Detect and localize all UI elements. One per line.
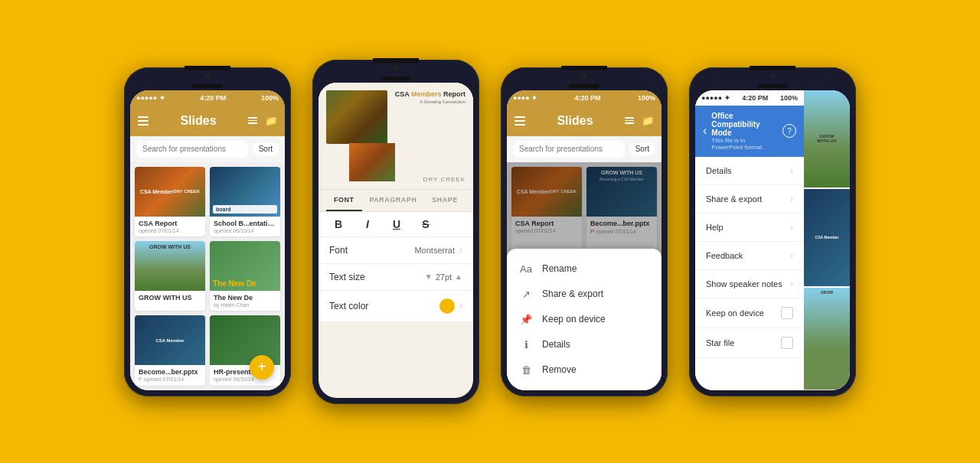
strikethrough-button[interactable]: S [416,218,435,230]
battery-text: 100% [780,94,798,102]
context-remove[interactable]: 🗑 Remove [507,357,662,383]
phone3-search-bar: Sort [507,136,662,162]
chevron-icon: › [790,165,793,176]
slides-grid: CSA MemberDRY CREEK CSA Report opened 07… [130,162,285,390]
office-info: Office Compatibility Mode This file is i… [711,112,778,151]
context-details[interactable]: ℹ Details [507,332,662,357]
menu-keep-device[interactable]: Keep on device [695,298,804,328]
phone1-speaker [192,84,223,88]
status-time: 4:20 PM [742,94,768,102]
slide-thumb-2[interactable]: CSA Member [804,189,850,288]
size-down-icon[interactable]: ▼ [425,272,433,281]
list-view-icon[interactable] [248,117,257,124]
share-icon: ↗ [519,289,533,300]
italic-button[interactable]: I [358,218,377,230]
battery-text: 100% [261,94,279,102]
slide-date: by Helen Chan [214,302,276,308]
phone4-camera [770,73,776,79]
slide-card-become[interactable]: CSA Member Become...ber.pptx P opened 07… [135,315,205,385]
phone1-nav: Slides 📁 [130,106,285,136]
size-up-icon[interactable]: ▲ [455,272,462,281]
slide-card-school[interactable]: board School B...entations opened 06/10/… [210,167,280,236]
menu-feedback[interactable]: Feedback › [695,242,804,270]
font-name: Montserrat [414,246,455,255]
keep-label: Keep on device [542,314,606,324]
bold-button[interactable]: B [329,218,348,230]
hamburger-icon[interactable] [514,116,525,126]
slide-date: opened 07/01/14 [139,228,201,233]
tab-font[interactable]: FONT [326,190,362,211]
sort-button[interactable]: Sort [253,142,279,155]
phone3-status-bar: ●●●● ✦ 4:20 PM 100% [507,90,662,106]
slide-thumb-1[interactable]: GROWWITH US [804,90,850,189]
context-menu: Aa Rename ↗ Share & export 📌 Keep on dev… [507,249,662,390]
slide-card-newde[interactable]: The New De The New De by Helen Chan [210,241,280,311]
slide-text-overlay: CSA Members Report [395,90,466,98]
keep-device-checkbox[interactable] [781,307,793,319]
slide-thumb-3[interactable]: GROW [804,288,850,390]
delete-icon: 🗑 [519,364,533,376]
menu-speaker-notes[interactable]: Show speaker notes › [695,270,804,298]
phone2-screen: CSA Members Report A Growing Connection … [318,83,473,398]
font-option[interactable]: Font Montserrat › [318,237,473,264]
star-file-checkbox[interactable] [781,337,793,349]
menu-item-label: Details [706,166,732,175]
phone1-search-bar: Sort [130,136,285,162]
phone3-camera [582,73,587,79]
office-mode-title: Office Compatibility Mode [711,112,778,137]
context-rename[interactable]: Aa Rename [507,256,662,282]
search-input[interactable] [513,141,625,158]
folder-icon[interactable]: 📁 [642,115,654,126]
phone1-screen: ●●●●● ✦ 4:20 PM 100% Slides [130,90,285,390]
slide-card-grow[interactable]: GROW WITH US GROW WITH US [135,241,205,311]
slide-preview: CSA Members Report A Growing Connection … [318,83,473,190]
phone1: ●●●●● ✦ 4:20 PM 100% Slides [124,67,291,396]
status-time: 4:20 PM [575,94,601,102]
nav-icons: 📁 [248,115,277,126]
folder-icon[interactable]: 📁 [265,115,277,126]
thumb-grow: GROW WITH US [135,241,205,291]
rename-icon: Aa [519,263,533,275]
phone2: CSA Members Report A Growing Connection … [312,60,479,404]
help-button[interactable]: ? [782,124,796,138]
chevron-icon: › [790,194,793,204]
details-label: Details [542,339,570,350]
slide-preview-img: CSA Members Report A Growing Connection … [318,83,473,189]
info-icon: ℹ [519,339,533,351]
pin-icon: 📌 [519,314,533,325]
thumb-school: board [210,167,280,217]
phone1-camera [205,73,211,79]
search-input[interactable] [136,141,248,158]
text-color-option[interactable]: Text color › [318,291,473,322]
status-signal: ●●●●● ✦ [136,94,165,102]
nav-title: Slides [180,114,216,128]
context-share[interactable]: ↗ Share & export [507,282,662,307]
color-swatch[interactable] [439,298,455,314]
context-keep[interactable]: 📌 Keep on device [507,307,662,332]
highlight-text: Members [411,90,442,98]
tab-paragraph[interactable]: PARAGRAPH [362,190,425,211]
slide-date: opened 06/10/14 [214,228,276,233]
underline-button[interactable]: U [387,218,406,230]
vegetable-image-1 [326,90,387,144]
phone4-status-bar: ●●●●● ✦ 4:20 PM 100% [695,90,804,106]
menu-star-file[interactable]: Star file [695,328,804,358]
phone3-slides-grid: CSA MemberDRY CREEK CSA Reportopened 07/… [507,162,662,390]
tab-shape[interactable]: SHAPE [424,190,466,211]
slide-title: GROW WITH US [139,294,201,302]
phone4-speaker [757,84,788,88]
fab-button[interactable]: + [250,355,274,380]
text-size-option[interactable]: Text size ▼ 27pt ▲ [318,264,473,291]
thumb-csa: CSA MemberDRY CREEK [135,167,205,217]
slide-card-csa[interactable]: CSA MemberDRY CREEK CSA Report opened 07… [135,167,205,236]
menu-share-export[interactable]: Share & export › [695,185,804,214]
sort-button[interactable]: Sort [629,142,655,155]
share-label: Share & export [542,289,603,299]
back-button[interactable]: ‹ [703,124,707,138]
text-size-value: ▼ 27pt ▲ [425,272,462,282]
thumb-newde: The New De [210,241,280,291]
menu-help[interactable]: Help › [695,214,804,242]
menu-details[interactable]: Details › [695,157,804,185]
hamburger-icon[interactable] [138,116,149,126]
list-view-icon[interactable] [625,117,634,124]
